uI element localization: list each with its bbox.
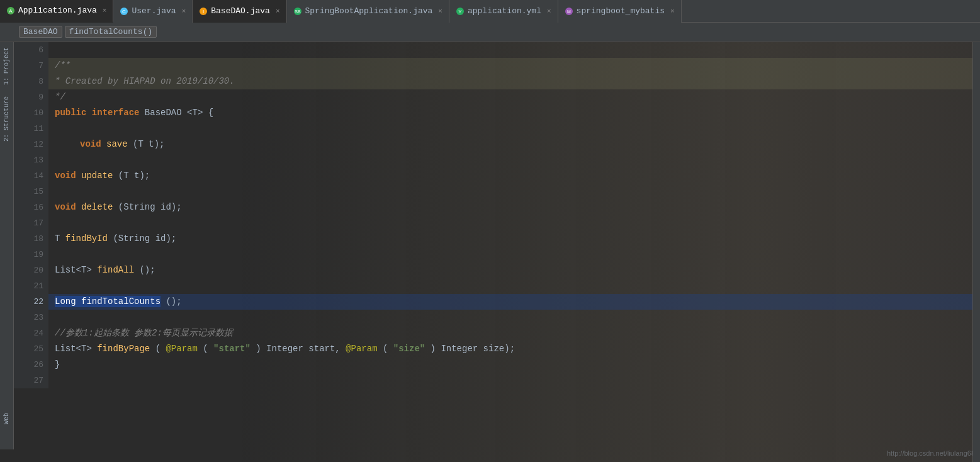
keyword-void-delete: void (55, 202, 76, 212)
line-num-19: 19 (14, 247, 43, 262)
close-icon[interactable]: × (438, 8, 442, 15)
class-icon: C (120, 7, 128, 16)
code-line-21 (48, 278, 980, 294)
selected-long: Long fin (55, 296, 97, 307)
line-num-25: 25 (14, 341, 43, 357)
code-line-19 (48, 247, 980, 262)
line-num-13: 13 (14, 152, 43, 168)
sidebar-tab-structure[interactable]: 2: Structure (2, 94, 11, 144)
code-line-9: ▸ */ (48, 89, 980, 105)
code-line-16: void delete (String id); (48, 200, 980, 215)
tab-basedao-java[interactable]: I BaseDAO.java × (193, 0, 286, 23)
line-num-22: 22 (14, 294, 43, 310)
db-icon: M (565, 7, 573, 16)
code-line-11 (48, 121, 980, 137)
code-line-24: //参数1:起始条数 参数2:每页显示记录数据 (48, 325, 980, 341)
breadcrumb-bar: BaseDAO findTotalCounts() (0, 23, 980, 42)
line-num-16: 16 (14, 200, 43, 215)
code-line-23 (48, 310, 980, 325)
code-line-25: List<T> findByPage ( @Param ( "start" ) … (48, 341, 980, 357)
param1-paren: ( (203, 344, 208, 354)
line-num-12: 12 (14, 137, 43, 152)
code-line-15 (48, 184, 980, 200)
code-line-26: } (48, 357, 980, 373)
param1-close: ) Integer start, (256, 344, 346, 354)
editor-area[interactable]: 6 7 8 9 10 11 12 13 14 15 16 17 18 19 20… (14, 42, 980, 462)
method-findbypage: findByPage (97, 344, 150, 354)
update-params: (T t); (118, 171, 150, 181)
tab-springboot-java[interactable]: SB SpringBootApplication.java × (287, 0, 449, 23)
code-line-13 (48, 152, 980, 168)
svg-text:M: M (567, 9, 571, 14)
close-icon[interactable]: × (103, 7, 107, 14)
keyword-interface: interface (92, 108, 140, 118)
line-num-24: 24 (14, 325, 43, 341)
string-start: "start" (213, 344, 251, 354)
code-content[interactable]: ▾ /** * Created by HIAPAD on 2019/10/30.… (48, 42, 980, 462)
code-line-6 (48, 42, 980, 58)
sidebar-tab-project[interactable]: 1: Project (2, 45, 11, 87)
tab-label: User.java (132, 6, 176, 16)
findtotalcounts-end: (); (166, 296, 181, 307)
line-num-15: 15 (14, 184, 43, 200)
line-num-27: 27 (14, 373, 43, 388)
tab-label: application.yml (468, 6, 541, 16)
line-num-10: 10 (14, 105, 43, 121)
line-number-gutter: 6 7 8 9 10 11 12 13 14 15 16 17 18 19 20… (14, 42, 48, 388)
line-num-20: 20 (14, 262, 43, 278)
tab-label: BaseDAO.java (211, 6, 270, 16)
return-type-list2: List<T> (55, 344, 97, 354)
line-num-23: 23 (14, 310, 43, 325)
tab-bar: A Application.java × C User.java × I Bas… (0, 0, 980, 23)
line-num-8: 8 (14, 74, 43, 89)
tab-application-java[interactable]: A Application.java × (0, 0, 113, 23)
java-icon: A (6, 6, 15, 15)
method-update: update (81, 171, 113, 181)
comment-open: /** (55, 60, 70, 70)
method-save: save (106, 139, 128, 149)
keyword-public: public (55, 108, 86, 118)
close-icon[interactable]: × (276, 8, 280, 15)
tab-springboot-mybatis[interactable]: M springboot_mybatis × (558, 0, 682, 23)
breadcrumb-method[interactable]: findTotalCounts() (65, 26, 157, 38)
left-sidebar: 1: Project 2: Structure Web (0, 42, 14, 449)
code-line-7: ▾ /** (48, 58, 980, 74)
tab-user-java[interactable]: C User.java × (113, 0, 193, 23)
code-line-20: List<T> findAll (); (48, 262, 980, 278)
findall-params: (); (139, 265, 155, 275)
line-num-18: 18 (14, 231, 43, 247)
line-num-11: 11 (14, 121, 43, 137)
findbyid-params: (String id); (113, 234, 176, 244)
code-line-10: public interface BaseDAO <T> { (48, 105, 980, 121)
keyword-void-save: void (80, 139, 101, 149)
selected-method: dTotalCounts (97, 296, 161, 307)
tab-label: Application.java (18, 6, 97, 15)
keyword-void-update: void (55, 171, 76, 181)
tab-application-yml[interactable]: Y application.yml × (449, 0, 558, 23)
tab-label: springboot_mybatis (577, 6, 665, 16)
line-num-7: 7 (14, 58, 43, 74)
param2-paren: ( (383, 344, 388, 354)
close-icon[interactable]: × (182, 8, 186, 15)
method-delete: delete (81, 202, 113, 212)
svg-text:I: I (203, 9, 204, 14)
line-num-14: 14 (14, 168, 43, 184)
delete-params: (String id); (118, 202, 182, 212)
comment-close: */ (55, 92, 65, 102)
line-num-9: 9 (14, 89, 43, 105)
breadcrumb-basedao[interactable]: BaseDAO (19, 26, 62, 38)
close-icon[interactable]: × (547, 8, 551, 15)
yaml-icon: Y (456, 7, 465, 16)
line-num-6: 6 (14, 42, 43, 58)
close-icon[interactable]: × (670, 8, 675, 15)
svg-text:A: A (9, 8, 13, 14)
comment-body: * Created by HIAPAD on 2019/10/30. (55, 76, 235, 86)
closing-brace: } (55, 359, 60, 369)
line-num-26: 26 (14, 357, 43, 373)
findbypage-open: ( (155, 344, 161, 354)
svg-text:C: C (123, 9, 127, 14)
interface-icon: I (199, 7, 208, 16)
sidebar-tab-web[interactable]: Web (3, 413, 10, 424)
return-type-list: List<T> (55, 265, 97, 275)
svg-text:SB: SB (295, 9, 301, 14)
